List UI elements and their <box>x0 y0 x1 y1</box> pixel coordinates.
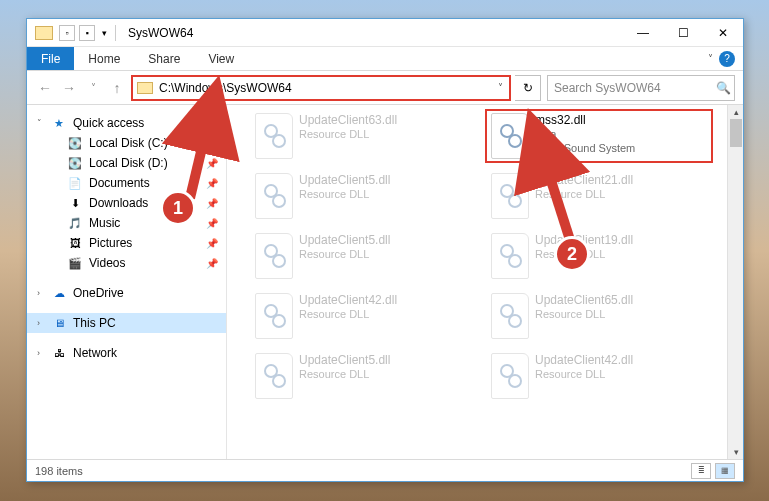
downloads-icon: ⬇ <box>67 196 83 210</box>
tab-view[interactable]: View <box>194 47 248 70</box>
ribbon: File Home Share View ˅ ? <box>27 47 743 71</box>
qat-new-folder[interactable]: ▪ <box>79 25 95 41</box>
file-item[interactable]: UpdateClient42.dllResource DLL <box>251 291 469 341</box>
tab-share[interactable]: Share <box>134 47 194 70</box>
star-icon: ★ <box>51 116 67 130</box>
scroll-up-icon[interactable]: ▴ <box>728 105 743 119</box>
dll-icon <box>255 173 293 219</box>
file-version: 9.3a <box>535 127 635 141</box>
sidebar-network[interactable]: ›🖧Network <box>27 343 226 363</box>
minimize-button[interactable]: — <box>623 19 663 47</box>
svg-line-0 <box>190 114 210 198</box>
details-view-button[interactable]: ≣ <box>691 463 711 479</box>
divider <box>115 25 116 41</box>
address-path[interactable]: C:\Windows\SysWOW64 <box>157 81 491 95</box>
folder-icon <box>35 26 53 40</box>
dll-icon <box>491 293 529 339</box>
chevron-right-icon[interactable]: › <box>37 318 40 328</box>
content-area: ˅ ★ Quick access 💽Local Disk (C:)📌 💽Loca… <box>27 105 743 459</box>
pin-icon: 📌 <box>206 238 218 249</box>
dll-icon <box>491 353 529 399</box>
file-item[interactable]: UpdateClient5.dllResource DLL <box>251 171 469 221</box>
maximize-button[interactable]: ☐ <box>663 19 703 47</box>
quick-access-toolbar: ▫ ▪ ▾ <box>59 25 109 41</box>
dll-icon <box>255 293 293 339</box>
address-dropdown[interactable]: ˅ <box>491 82 509 93</box>
chevron-down-icon[interactable]: ˅ <box>37 118 42 128</box>
file-item[interactable]: UpdateClient5.dllResource DLL <box>251 231 469 281</box>
tab-home[interactable]: Home <box>74 47 134 70</box>
disk-icon: 💽 <box>67 136 83 150</box>
scroll-thumb[interactable] <box>730 119 742 147</box>
pin-icon: 📌 <box>206 218 218 229</box>
window-title: SysWOW64 <box>128 26 193 40</box>
file-item[interactable]: UpdateClient42.dllResource DLL <box>487 351 705 401</box>
file-item[interactable]: UpdateClient63.dllResource DLL <box>251 111 469 161</box>
file-item[interactable]: UpdateClient65.dllResource DLL <box>487 291 705 341</box>
back-button[interactable]: ← <box>35 78 55 98</box>
documents-icon: 📄 <box>67 176 83 190</box>
vertical-scrollbar[interactable]: ▴ ▾ <box>727 105 743 459</box>
refresh-button[interactable]: ↻ <box>515 75 541 101</box>
status-bar: 198 items ≣ ▦ <box>27 459 743 481</box>
address-bar[interactable]: C:\Windows\SysWOW64 ˅ <box>131 75 511 101</box>
search-icon[interactable]: 🔍 <box>712 81 734 95</box>
sidebar-item-music[interactable]: 🎵Music📌 <box>27 213 226 233</box>
file-item[interactable]: UpdateClient5.dllResource DLL <box>251 351 469 401</box>
pictures-icon: 🖼 <box>67 236 83 250</box>
expand-ribbon-icon[interactable]: ˅ <box>708 53 713 64</box>
forward-button[interactable]: → <box>59 78 79 98</box>
qat-dropdown[interactable]: ▾ <box>99 25 109 41</box>
dll-icon <box>255 353 293 399</box>
search-placeholder: Search SysWOW64 <box>548 81 712 95</box>
network-icon: 🖧 <box>51 346 67 360</box>
close-button[interactable]: ✕ <box>703 19 743 47</box>
disk-icon: 💽 <box>67 156 83 170</box>
sidebar-onedrive[interactable]: ›☁OneDrive <box>27 283 226 303</box>
file-list[interactable]: UpdateClient63.dllResource DLL UpdateCli… <box>227 105 743 459</box>
explorer-window: ▫ ▪ ▾ SysWOW64 — ☐ ✕ File Home Share Vie… <box>26 18 744 482</box>
navigation-bar: ← → ˅ ↑ C:\Windows\SysWOW64 ˅ ↻ Search S… <box>27 71 743 105</box>
title-bar: ▫ ▪ ▾ SysWOW64 — ☐ ✕ <box>27 19 743 47</box>
item-count: 198 items <box>35 465 83 477</box>
pin-icon: 📌 <box>206 258 218 269</box>
annotation-badge-1: 1 <box>160 190 196 226</box>
chevron-right-icon[interactable]: › <box>37 288 40 298</box>
dll-icon <box>255 113 293 159</box>
music-icon: 🎵 <box>67 216 83 230</box>
annotation-badge-2: 2 <box>554 236 590 272</box>
folder-icon <box>137 82 153 94</box>
cloud-icon: ☁ <box>51 286 67 300</box>
tab-file[interactable]: File <box>27 47 74 70</box>
monitor-icon: 🖥 <box>51 316 67 330</box>
search-box[interactable]: Search SysWOW64 🔍 <box>547 75 735 101</box>
qat-properties[interactable]: ▫ <box>59 25 75 41</box>
sidebar-this-pc[interactable]: ›🖥This PC <box>27 313 226 333</box>
dll-icon <box>255 233 293 279</box>
scroll-down-icon[interactable]: ▾ <box>728 445 743 459</box>
help-icon[interactable]: ? <box>719 51 735 67</box>
chevron-right-icon[interactable]: › <box>37 348 40 358</box>
sidebar-item-videos[interactable]: 🎬Videos📌 <box>27 253 226 273</box>
file-name: mss32.dll <box>535 113 635 127</box>
svg-line-1 <box>540 146 570 240</box>
tiles-view-button[interactable]: ▦ <box>715 463 735 479</box>
recent-dropdown[interactable]: ˅ <box>83 78 103 98</box>
sidebar-item-pictures[interactable]: 🖼Pictures📌 <box>27 233 226 253</box>
up-button[interactable]: ↑ <box>107 78 127 98</box>
videos-icon: 🎬 <box>67 256 83 270</box>
